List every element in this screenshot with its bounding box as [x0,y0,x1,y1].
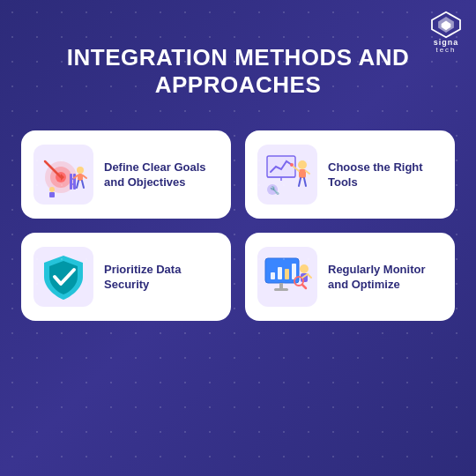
svg-rect-25 [299,169,306,178]
svg-rect-37 [279,283,283,288]
svg-line-43 [302,274,308,278]
svg-point-39 [300,264,309,273]
card-monitor-title: Regularly Monitor and Optimize [328,262,443,293]
page-title: INTEGRATION METHODS AND APPROACHES [26,44,450,99]
svg-rect-34 [278,267,282,279]
svg-rect-35 [285,269,289,279]
svg-line-42 [302,285,306,288]
card-goals: Define Clear Goals and Objectives [21,130,231,219]
card-tools-title: Choose the Right Tools [328,160,443,190]
svg-point-30 [267,184,278,195]
svg-line-44 [308,274,311,278]
svg-point-23 [290,163,294,167]
card-goals-title: Define Clear Goals and Objectives [104,160,219,190]
logo-text: signatech [434,39,459,54]
svg-marker-7 [61,174,64,181]
svg-point-4 [50,167,71,188]
svg-line-6 [45,161,61,177]
svg-point-12 [77,167,84,174]
goals-icon [36,147,91,202]
card-monitor: Regularly Monitor and Optimize [245,233,455,321]
card-goals-icon-wrap [33,145,93,205]
background: signatech INTEGRATION METHODS AND APPROA… [0,0,476,476]
monitor-icon [260,249,315,304]
svg-line-29 [304,178,306,186]
svg-line-16 [77,181,78,188]
tools-icon: 🔧 [260,147,315,202]
svg-point-24 [298,160,307,169]
svg-point-18 [49,187,55,192]
svg-point-3 [45,161,77,193]
svg-rect-36 [292,264,296,279]
card-tools: 🔧 Choose the Right Tools [245,130,455,219]
card-tools-icon-wrap: 🔧 [257,145,317,205]
card-monitor-icon-wrap [257,247,317,307]
svg-rect-38 [274,288,288,291]
svg-line-15 [83,175,86,178]
card-tools-text: Choose the Right Tools [328,160,443,190]
card-security-title: Prioritize Data Security [104,262,219,293]
svg-line-26 [294,167,299,171]
svg-rect-19 [49,192,55,197]
svg-rect-8 [70,174,72,190]
svg-rect-13 [78,174,83,181]
cards-grid: Define Clear Goals and Objectives [0,116,476,342]
svg-rect-40 [301,273,308,282]
card-monitor-text: Regularly Monitor and Optimize [328,262,443,293]
logo: signatech [430,11,462,54]
card-security: Prioritize Data Security [21,233,231,321]
page-header: INTEGRATION METHODS AND APPROACHES [0,0,476,116]
svg-text:🔧: 🔧 [270,185,280,196]
security-icon [37,250,90,303]
svg-rect-33 [271,272,275,279]
card-security-text: Prioritize Data Security [104,262,219,293]
card-security-icon-wrap [33,247,93,307]
svg-point-41 [294,277,303,286]
svg-rect-20 [267,156,295,177]
svg-point-5 [56,172,66,182]
svg-rect-32 [265,258,299,283]
svg-line-27 [306,171,309,174]
card-goals-text: Define Clear Goals and Objectives [104,160,219,190]
svg-rect-9 [73,174,76,190]
svg-line-14 [74,175,78,178]
svg-line-17 [82,181,84,188]
svg-line-28 [299,178,301,186]
